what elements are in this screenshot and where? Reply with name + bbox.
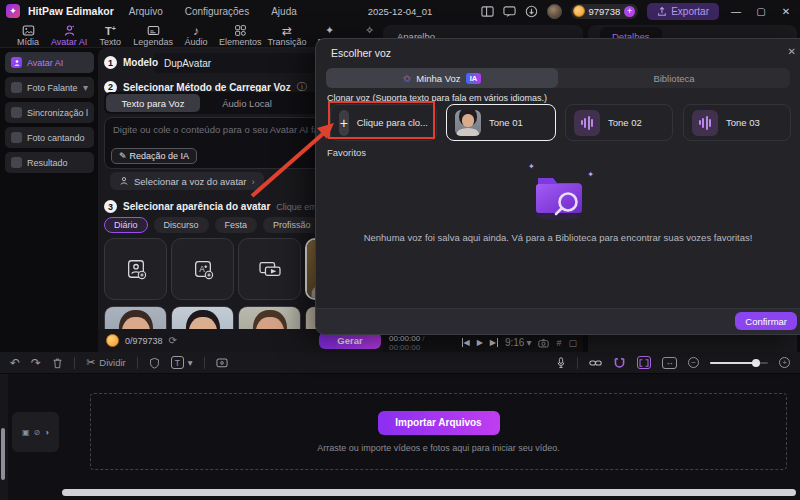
ratio-value: 9:16 xyxy=(505,337,524,348)
library-label: Biblioteca xyxy=(653,73,694,84)
ai-generate-avatar-card[interactable]: A xyxy=(171,238,234,300)
dialog-close-icon[interactable]: ✕ xyxy=(788,46,796,57)
user-avatar[interactable] xyxy=(547,4,562,19)
add-credits-icon[interactable]: + xyxy=(624,6,635,17)
grid-icon[interactable]: # xyxy=(556,338,561,348)
project-date: 2025-12-04_01 xyxy=(368,6,432,17)
elements-icon xyxy=(234,24,247,37)
category-festa[interactable]: Festa xyxy=(215,217,258,233)
tab-audio-local[interactable]: Áudio Local xyxy=(200,94,294,112)
magnet-icon[interactable] xyxy=(613,357,626,368)
horizontal-scrollbar[interactable] xyxy=(62,489,796,496)
split-button[interactable]: ✂ Dividir xyxy=(86,356,126,369)
category-discurso[interactable]: Discurso xyxy=(154,217,209,233)
auto-snap-icon[interactable] xyxy=(637,356,651,369)
hide-icon[interactable]: ◑ xyxy=(44,428,49,437)
sidebar-label: Foto Falante xyxy=(27,83,78,93)
aspect-ratio-select[interactable]: 9:16▾ xyxy=(505,337,532,348)
tab-biblioteca[interactable]: Biblioteca xyxy=(558,68,790,88)
badge-icon[interactable] xyxy=(149,357,160,369)
export-button[interactable]: Exportar xyxy=(647,3,719,20)
tool-legendas[interactable]: Legendas xyxy=(130,24,176,47)
next-frame-button[interactable]: ▶ xyxy=(490,338,498,347)
timeline-zoom-slider[interactable] xyxy=(710,362,768,364)
category-diario[interactable]: Diário xyxy=(104,217,148,233)
person-icon xyxy=(11,57,22,68)
voice-person-icon xyxy=(119,176,129,186)
credits-badge[interactable]: 979738 + xyxy=(571,4,639,19)
waveform-icon xyxy=(574,110,600,136)
flame-icon: ✦ xyxy=(9,6,17,16)
tool-texto[interactable]: T+ Texto xyxy=(90,24,130,47)
tool-midia[interactable]: Mídia xyxy=(8,24,48,47)
sidebar-item-foto-cantando[interactable]: Foto cantando xyxy=(5,127,94,148)
fit-timeline-icon[interactable]: ↔ xyxy=(662,357,677,369)
generate-label: Gerar xyxy=(337,335,362,346)
slider-knob[interactable] xyxy=(752,359,760,367)
zoom-in-icon[interactable]: + xyxy=(779,357,790,368)
sidebar-item-avatar-ai[interactable]: Avatar AI xyxy=(5,52,94,73)
fullscreen-icon[interactable]: ▢ xyxy=(568,338,577,348)
import-video-avatar-card[interactable] xyxy=(238,238,301,300)
tab-minha-voz[interactable]: ✩ Minha Voz IA xyxy=(326,68,558,88)
undo-icon[interactable]: ↶ xyxy=(10,356,20,370)
chevron-down-icon: ▾ xyxy=(188,357,193,368)
filters-icon: ✦ xyxy=(325,24,334,37)
menu-configuracoes[interactable]: Configurações xyxy=(178,6,256,17)
singing-photo-icon xyxy=(11,132,22,143)
empty-folder-icon: ✦ ✦ xyxy=(526,164,590,222)
download-icon[interactable] xyxy=(525,5,538,18)
ai-avatar-icon: A xyxy=(192,258,214,280)
zoom-out-icon[interactable]: − xyxy=(688,357,699,368)
chevron-down-icon: ▾ xyxy=(83,82,88,93)
upload-avatar-card[interactable] xyxy=(104,238,167,300)
maximize-button[interactable]: ▢ xyxy=(753,6,769,17)
tool-label: Áudio xyxy=(184,37,207,47)
play-button[interactable]: ▶ xyxy=(477,338,483,347)
annotation-highlight-box xyxy=(328,101,435,139)
redo-icon[interactable]: ↷ xyxy=(31,356,41,370)
ai-writing-button[interactable]: ✎ Redação de IA xyxy=(111,148,197,164)
voice-card-tone-03[interactable]: Tone 03 xyxy=(683,104,791,141)
minimize-button[interactable]: — xyxy=(728,6,744,17)
voice-card-tone-02[interactable]: Tone 02 xyxy=(565,104,673,141)
confirm-button[interactable]: Confirmar xyxy=(735,312,797,330)
tool-avatar-ai[interactable]: Avatar AI xyxy=(48,24,90,47)
sidebar-label: Foto cantando xyxy=(27,133,85,143)
layout-panel-icon[interactable] xyxy=(481,5,494,18)
menu-ajuda[interactable]: Ajuda xyxy=(264,6,304,17)
mic-icon[interactable] xyxy=(556,357,566,369)
chevron-right-icon: › xyxy=(251,176,254,187)
avatar-ai-icon xyxy=(63,24,76,37)
app-logo-icon: ✦ xyxy=(6,4,20,18)
delete-icon[interactable] xyxy=(52,357,63,369)
timeline-toolbar: ↶ ↷ ✂ Dividir T ▾ xyxy=(0,352,800,374)
voice-card-tone-01[interactable]: Tone 01 xyxy=(446,104,556,141)
sidebar-item-resultado[interactable]: Resultado xyxy=(5,152,94,173)
feedback-icon[interactable] xyxy=(503,5,516,18)
tab-texto-para-voz[interactable]: Texto para Voz xyxy=(106,94,200,112)
vertical-scrollbar[interactable] xyxy=(1,428,5,480)
sidebar-item-sincronizacao[interactable]: Sincronização la... xyxy=(5,102,94,123)
tool-audio[interactable]: ♪ Áudio xyxy=(176,24,216,47)
prev-frame-button[interactable]: ◀ xyxy=(462,338,470,347)
media-dropzone[interactable]: Importar Arquivos Arraste ou importe víd… xyxy=(90,393,787,470)
import-label: Importar Arquivos xyxy=(395,417,481,428)
captions-icon xyxy=(147,24,160,37)
record-screen-icon[interactable] xyxy=(216,357,228,368)
category-profissao[interactable]: Profissão xyxy=(263,217,321,233)
close-button[interactable]: ✕ xyxy=(778,6,794,17)
select-voice-button[interactable]: Selecionar a voz do avatar › xyxy=(110,172,264,190)
tool-transicao[interactable]: ⇄ Transição xyxy=(264,24,309,47)
refresh-icon[interactable]: ⟳ xyxy=(169,335,177,346)
lock-icon[interactable]: ▣ xyxy=(22,428,30,437)
snapshot-icon[interactable] xyxy=(538,338,549,348)
menu-arquivo[interactable]: Arquivo xyxy=(122,6,170,17)
mute-icon[interactable]: ⊘ xyxy=(34,428,41,437)
link-icon[interactable] xyxy=(589,358,602,368)
tool-elementos[interactable]: Elementos xyxy=(216,24,265,47)
text-style-button[interactable]: T ▾ xyxy=(171,356,193,369)
sidebar-item-foto-falante[interactable]: Foto Falante ▾ xyxy=(5,77,94,98)
player-bar: 00:00:00 / 00:00:00 ◀ ▶ ▶ 9:16▾ # ▢ xyxy=(383,333,583,352)
import-files-button[interactable]: Importar Arquivos xyxy=(378,411,500,435)
